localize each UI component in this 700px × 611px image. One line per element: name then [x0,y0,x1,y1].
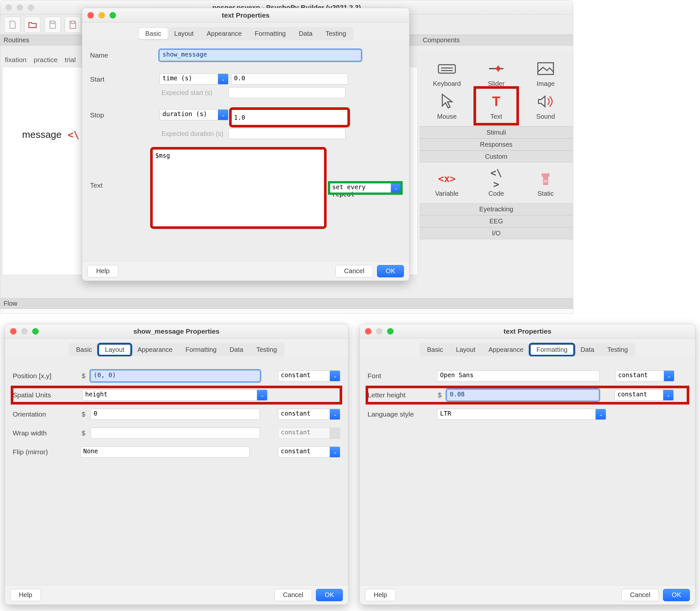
tab-basic[interactable]: Basic [421,344,450,355]
save-button[interactable] [45,17,61,33]
text-icon: <\ [67,129,79,140]
tab-basic[interactable]: Basic [139,28,168,39]
language-style-select[interactable]: LTR [437,409,596,420]
flip-mode-select[interactable]: constant [278,446,330,458]
component-text[interactable]: T Text [477,89,516,122]
letter-height-mode-select[interactable]: constant [614,390,663,401]
name-field[interactable]: show_message [159,50,361,61]
component-slider[interactable]: Slider [477,57,516,89]
tab-formatting[interactable]: Formatting [530,344,574,355]
routine-tab[interactable]: trial [65,56,76,64]
position-mode-select[interactable]: constant [278,370,330,382]
category-responses[interactable]: Responses [420,138,573,151]
ok-button[interactable]: OK [663,589,690,601]
show-message-properties-dialog-layout: show_message Properties Basic Layout App… [4,324,348,605]
chevron-down-icon[interactable]: ⌄ [330,409,340,420]
save-as-button[interactable] [65,17,81,33]
chevron-down-icon[interactable]: ⌄ [596,409,606,420]
flow-canvas[interactable]: Insert Routine practice feedback trial → [0,309,573,314]
category-eyetracking[interactable]: Eyetracking [420,203,573,215]
ok-button[interactable]: OK [377,265,404,278]
component-variable[interactable]: <x> Variable [427,166,466,199]
dialog-titlebar: show_message Properties [5,324,348,339]
stop-type-select[interactable]: duration (s) [159,109,218,120]
category-stimuli[interactable]: Stimuli [420,126,573,138]
variable-icon: <x> [436,168,458,189]
tab-testing[interactable]: Testing [250,344,284,355]
component-mouse[interactable]: Mouse [427,89,466,122]
dollar-prefix: $ [81,430,86,437]
orientation-mode-select[interactable]: constant [278,409,330,420]
category-custom[interactable]: Custom [420,151,573,163]
text-properties-dialog-basic: text Properties Basic Layout Appearance … [82,8,410,281]
chevron-down-icon[interactable]: ⌄ [330,370,340,382]
chevron-down-icon[interactable]: ⌄ [663,390,674,401]
component-static[interactable]: isi Static [526,166,565,199]
tab-layout[interactable]: Layout [450,344,482,355]
cancel-button[interactable]: Cancel [621,589,659,601]
position-field[interactable]: (0, 0) [91,370,260,382]
component-code[interactable]: <\ > Code [477,166,516,199]
text-field[interactable]: $msg [152,149,325,227]
tab-data[interactable]: Data [223,344,249,355]
font-mode-select[interactable]: constant [615,370,664,382]
letter-height-field[interactable]: 0.08 [447,390,599,401]
ok-button[interactable]: OK [316,589,343,601]
chevron-down-icon[interactable]: ⌄ [218,109,228,120]
help-button[interactable]: Help [365,589,396,601]
start-label: Start [90,74,155,83]
cancel-button[interactable]: Cancel [335,265,373,278]
dialog-tabs: Basic Layout Appearance Formatting Data … [69,343,284,356]
tab-data[interactable]: Data [574,344,600,355]
tab-testing[interactable]: Testing [601,344,634,355]
chevron-down-icon[interactable]: ⌄ [257,390,268,401]
tab-formatting[interactable]: Formatting [248,28,292,39]
routine-tab[interactable]: practice [34,56,58,64]
sound-icon [534,91,557,111]
tab-appearance[interactable]: Appearance [200,28,248,39]
routine-tab[interactable]: fixation [5,56,27,64]
letter-height-label: Letter height [367,391,432,399]
chevron-down-icon[interactable]: ⌄ [391,182,401,193]
chevron-down-icon[interactable]: ⌄ [330,446,340,458]
start-type-select[interactable]: time (s) [159,74,218,85]
chevron-down-icon[interactable]: ⌄ [664,370,674,382]
font-field[interactable]: Open Sans [437,370,599,382]
orientation-label: Orientation [13,411,76,418]
category-io[interactable]: I/O [420,227,573,239]
flip-select[interactable]: None [80,446,249,458]
expected-start-field[interactable] [228,87,346,98]
dialog-titlebar: text Properties [82,8,409,23]
new-file-button[interactable] [4,17,20,33]
tab-formatting[interactable]: Formatting [179,344,223,355]
cancel-button[interactable]: Cancel [274,589,312,601]
tab-basic[interactable]: Basic [70,344,98,355]
start-value-field[interactable]: 0.0 [231,74,348,85]
component-sound[interactable]: Sound [526,89,565,122]
orientation-field[interactable]: 0 [91,409,260,420]
tab-testing[interactable]: Testing [319,28,353,39]
category-eeg[interactable]: EEG [420,215,573,227]
component-image[interactable]: Image [526,57,565,89]
dialog-tabs: Basic Layout Appearance Formatting Data … [420,343,635,356]
spatial-units-select[interactable]: height [82,390,257,401]
tab-layout[interactable]: Layout [168,28,200,39]
chevron-down-icon[interactable]: ⌄ [218,74,228,85]
dollar-prefix: $ [81,411,86,418]
text-update-mode-select[interactable]: set every repeat [329,182,391,193]
component-keyboard[interactable]: Keyboard [427,57,466,89]
svg-text:isi: isi [544,179,547,183]
wrap-width-label: Wrap width [13,429,76,437]
stop-value-field[interactable]: 1.0 [231,109,348,125]
open-file-button[interactable] [25,17,41,33]
chevron-down-icon: ⌄ [330,428,340,439]
tab-appearance[interactable]: Appearance [131,344,179,355]
wrap-width-field[interactable] [91,428,260,439]
tab-appearance[interactable]: Appearance [482,344,530,355]
help-button[interactable]: Help [10,589,41,601]
tab-data[interactable]: Data [292,28,319,39]
help-button[interactable]: Help [88,265,118,278]
tab-layout[interactable]: Layout [98,344,131,355]
expected-duration-field[interactable] [228,128,346,139]
svg-rect-5 [538,63,553,74]
